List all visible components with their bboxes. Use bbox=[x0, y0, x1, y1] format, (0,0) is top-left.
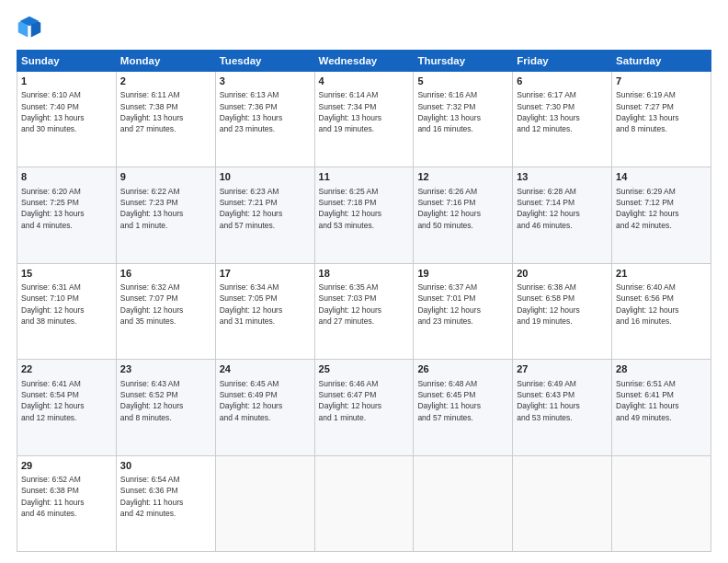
calendar-cell: 24Sunrise: 6:45 AM Sunset: 6:49 PM Dayli… bbox=[215, 360, 314, 455]
day-info: Sunrise: 6:16 AM Sunset: 7:32 PM Dayligh… bbox=[417, 89, 508, 134]
col-header-tuesday: Tuesday bbox=[215, 51, 314, 72]
day-number: 30 bbox=[120, 459, 211, 473]
day-number: 14 bbox=[616, 170, 707, 184]
calendar-cell: 12Sunrise: 6:26 AM Sunset: 7:16 PM Dayli… bbox=[414, 167, 513, 263]
day-info: Sunrise: 6:25 AM Sunset: 7:18 PM Dayligh… bbox=[319, 186, 410, 231]
day-info: Sunrise: 6:41 AM Sunset: 6:54 PM Dayligh… bbox=[21, 378, 112, 423]
calendar-cell: 22Sunrise: 6:41 AM Sunset: 6:54 PM Dayli… bbox=[17, 360, 117, 455]
calendar-cell: 29Sunrise: 6:52 AM Sunset: 6:38 PM Dayli… bbox=[17, 455, 117, 551]
day-number: 7 bbox=[616, 75, 707, 88]
calendar-week-2: 8Sunrise: 6:20 AM Sunset: 7:25 PM Daylig… bbox=[17, 167, 711, 263]
day-number: 17 bbox=[220, 267, 311, 281]
calendar-cell: 26Sunrise: 6:48 AM Sunset: 6:45 PM Dayli… bbox=[414, 360, 513, 455]
calendar-cell: 30Sunrise: 6:54 AM Sunset: 6:36 PM Dayli… bbox=[116, 455, 215, 551]
day-info: Sunrise: 6:38 AM Sunset: 6:58 PM Dayligh… bbox=[517, 282, 608, 327]
calendar-cell: 6Sunrise: 6:17 AM Sunset: 7:30 PM Daylig… bbox=[513, 72, 612, 167]
day-number: 23 bbox=[120, 362, 211, 376]
calendar-cell: 1Sunrise: 6:10 AM Sunset: 7:40 PM Daylig… bbox=[17, 72, 117, 167]
day-info: Sunrise: 6:22 AM Sunset: 7:23 PM Dayligh… bbox=[120, 186, 211, 231]
calendar-cell: 4Sunrise: 6:14 AM Sunset: 7:34 PM Daylig… bbox=[314, 72, 414, 167]
day-info: Sunrise: 6:20 AM Sunset: 7:25 PM Dayligh… bbox=[21, 186, 112, 231]
calendar-cell: 18Sunrise: 6:35 AM Sunset: 7:03 PM Dayli… bbox=[314, 263, 414, 359]
calendar-cell bbox=[612, 455, 711, 551]
day-info: Sunrise: 6:29 AM Sunset: 7:12 PM Dayligh… bbox=[616, 186, 707, 231]
day-number: 25 bbox=[319, 362, 410, 376]
calendar-cell: 17Sunrise: 6:34 AM Sunset: 7:05 PM Dayli… bbox=[215, 263, 314, 359]
logo-icon bbox=[17, 15, 42, 40]
calendar-cell: 23Sunrise: 6:43 AM Sunset: 6:52 PM Dayli… bbox=[116, 360, 215, 455]
day-info: Sunrise: 6:34 AM Sunset: 7:05 PM Dayligh… bbox=[220, 282, 311, 327]
day-number: 21 bbox=[616, 267, 707, 281]
day-info: Sunrise: 6:43 AM Sunset: 6:52 PM Dayligh… bbox=[120, 378, 211, 423]
calendar-cell bbox=[414, 455, 513, 551]
calendar-week-4: 22Sunrise: 6:41 AM Sunset: 6:54 PM Dayli… bbox=[17, 360, 711, 455]
day-number: 15 bbox=[21, 267, 112, 281]
page: SundayMondayTuesdayWednesdayThursdayFrid… bbox=[0, 0, 728, 563]
header bbox=[17, 15, 711, 40]
calendar-cell: 11Sunrise: 6:25 AM Sunset: 7:18 PM Dayli… bbox=[314, 167, 414, 263]
day-number: 4 bbox=[319, 75, 410, 88]
calendar-week-1: 1Sunrise: 6:10 AM Sunset: 7:40 PM Daylig… bbox=[17, 72, 711, 167]
day-number: 22 bbox=[21, 362, 112, 376]
calendar-cell: 19Sunrise: 6:37 AM Sunset: 7:01 PM Dayli… bbox=[414, 263, 513, 359]
col-header-monday: Monday bbox=[116, 51, 215, 72]
calendar-cell: 16Sunrise: 6:32 AM Sunset: 7:07 PM Dayli… bbox=[116, 263, 215, 359]
day-info: Sunrise: 6:52 AM Sunset: 6:38 PM Dayligh… bbox=[21, 474, 112, 519]
calendar-cell: 21Sunrise: 6:40 AM Sunset: 6:56 PM Dayli… bbox=[612, 263, 711, 359]
day-info: Sunrise: 6:26 AM Sunset: 7:16 PM Dayligh… bbox=[417, 186, 508, 231]
calendar-cell: 28Sunrise: 6:51 AM Sunset: 6:41 PM Dayli… bbox=[612, 360, 711, 455]
day-info: Sunrise: 6:51 AM Sunset: 6:41 PM Dayligh… bbox=[616, 378, 707, 423]
day-info: Sunrise: 6:13 AM Sunset: 7:36 PM Dayligh… bbox=[220, 89, 311, 134]
day-number: 12 bbox=[417, 170, 508, 184]
calendar-cell: 7Sunrise: 6:19 AM Sunset: 7:27 PM Daylig… bbox=[612, 72, 711, 167]
calendar-cell bbox=[215, 455, 314, 551]
day-number: 28 bbox=[616, 362, 707, 376]
day-info: Sunrise: 6:40 AM Sunset: 6:56 PM Dayligh… bbox=[616, 282, 707, 327]
day-info: Sunrise: 6:11 AM Sunset: 7:38 PM Dayligh… bbox=[120, 89, 211, 134]
calendar-cell bbox=[513, 455, 612, 551]
day-number: 11 bbox=[319, 170, 410, 184]
calendar-table: SundayMondayTuesdayWednesdayThursdayFrid… bbox=[17, 50, 711, 552]
day-info: Sunrise: 6:48 AM Sunset: 6:45 PM Dayligh… bbox=[417, 378, 508, 423]
day-info: Sunrise: 6:32 AM Sunset: 7:07 PM Dayligh… bbox=[120, 282, 211, 327]
day-number: 3 bbox=[220, 75, 311, 88]
day-info: Sunrise: 6:14 AM Sunset: 7:34 PM Dayligh… bbox=[319, 89, 410, 134]
day-number: 18 bbox=[319, 267, 410, 281]
calendar-cell: 9Sunrise: 6:22 AM Sunset: 7:23 PM Daylig… bbox=[116, 167, 215, 263]
day-number: 5 bbox=[417, 75, 508, 88]
day-number: 9 bbox=[120, 170, 211, 184]
calendar-cell: 14Sunrise: 6:29 AM Sunset: 7:12 PM Dayli… bbox=[612, 167, 711, 263]
calendar-cell: 2Sunrise: 6:11 AM Sunset: 7:38 PM Daylig… bbox=[116, 72, 215, 167]
calendar-week-3: 15Sunrise: 6:31 AM Sunset: 7:10 PM Dayli… bbox=[17, 263, 711, 359]
day-number: 24 bbox=[220, 362, 311, 376]
col-header-saturday: Saturday bbox=[612, 51, 711, 72]
day-number: 2 bbox=[120, 75, 211, 88]
calendar-cell bbox=[314, 455, 414, 551]
day-info: Sunrise: 6:28 AM Sunset: 7:14 PM Dayligh… bbox=[517, 186, 608, 231]
calendar-cell: 10Sunrise: 6:23 AM Sunset: 7:21 PM Dayli… bbox=[215, 167, 314, 263]
day-number: 27 bbox=[517, 362, 608, 376]
day-info: Sunrise: 6:45 AM Sunset: 6:49 PM Dayligh… bbox=[220, 378, 311, 423]
day-number: 20 bbox=[517, 267, 608, 281]
day-number: 19 bbox=[417, 267, 508, 281]
col-header-thursday: Thursday bbox=[414, 51, 513, 72]
day-info: Sunrise: 6:35 AM Sunset: 7:03 PM Dayligh… bbox=[319, 282, 410, 327]
day-info: Sunrise: 6:37 AM Sunset: 7:01 PM Dayligh… bbox=[417, 282, 508, 327]
calendar-week-5: 29Sunrise: 6:52 AM Sunset: 6:38 PM Dayli… bbox=[17, 455, 711, 551]
logo bbox=[17, 15, 46, 40]
calendar-header-row: SundayMondayTuesdayWednesdayThursdayFrid… bbox=[17, 51, 711, 72]
col-header-friday: Friday bbox=[513, 51, 612, 72]
day-info: Sunrise: 6:49 AM Sunset: 6:43 PM Dayligh… bbox=[517, 378, 608, 423]
day-number: 6 bbox=[517, 75, 608, 88]
day-info: Sunrise: 6:10 AM Sunset: 7:40 PM Dayligh… bbox=[21, 89, 112, 134]
day-number: 16 bbox=[120, 267, 211, 281]
day-number: 26 bbox=[417, 362, 508, 376]
col-header-sunday: Sunday bbox=[17, 51, 117, 72]
calendar-cell: 15Sunrise: 6:31 AM Sunset: 7:10 PM Dayli… bbox=[17, 263, 117, 359]
day-info: Sunrise: 6:46 AM Sunset: 6:47 PM Dayligh… bbox=[319, 378, 410, 423]
calendar-cell: 8Sunrise: 6:20 AM Sunset: 7:25 PM Daylig… bbox=[17, 167, 117, 263]
day-number: 13 bbox=[517, 170, 608, 184]
day-number: 1 bbox=[21, 75, 112, 88]
col-header-wednesday: Wednesday bbox=[314, 51, 414, 72]
calendar-cell: 20Sunrise: 6:38 AM Sunset: 6:58 PM Dayli… bbox=[513, 263, 612, 359]
